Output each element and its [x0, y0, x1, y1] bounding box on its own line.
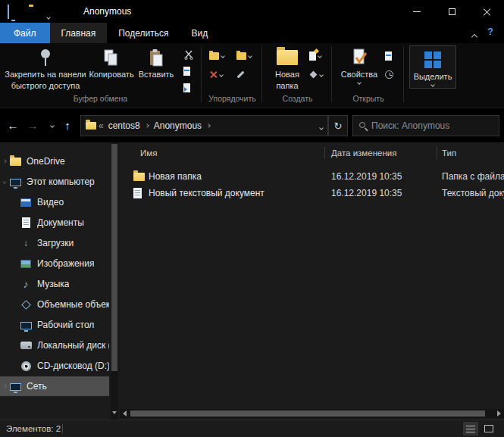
text-document-icon [133, 188, 142, 198]
thumbnails-view-button[interactable] [481, 422, 496, 435]
cut-button[interactable] [183, 48, 194, 60]
properties-button[interactable]: Свойства [337, 45, 382, 84]
sidebar-item-label: OneDrive [27, 156, 65, 167]
desktop-icon [20, 321, 32, 329]
scrollbar-thumb[interactable] [111, 144, 117, 371]
search-box[interactable] [352, 115, 499, 136]
ribbon-tab-row: Файл Главная Поделиться Вид [0, 23, 504, 43]
new-folder-button[interactable]: Новая папка [267, 45, 308, 91]
scroll-left-button[interactable] [120, 409, 129, 418]
sidebar-item-local-disk[interactable]: Локальный диск (C:) [0, 336, 109, 355]
sidebar-item-network[interactable]: Сеть [0, 376, 109, 396]
new-item-button[interactable] [309, 50, 323, 61]
file-row-folder[interactable]: Новая папка 16.12.2019 10:35 Папка с фай… [120, 168, 504, 185]
horizontal-scrollbar[interactable] [120, 409, 504, 418]
sidebar-item-documents[interactable]: Документы [0, 213, 109, 233]
close-button[interactable] [469, 0, 504, 23]
sidebar-item-desktop[interactable]: Рабочий стол [0, 315, 109, 335]
delete-button[interactable] [209, 69, 224, 80]
file-row-text-document[interactable]: Новый текстовый документ 16.12.2019 10:3… [120, 185, 504, 201]
chevron-up-icon [471, 34, 477, 40]
sidebar-item-music[interactable]: ♪ Музыка [0, 274, 109, 294]
copy-label: Копировать [89, 70, 133, 80]
pictures-icon [20, 260, 32, 268]
items-count: Элементов: 2 [6, 420, 61, 437]
move-to-button[interactable] [209, 50, 224, 61]
group-separator [201, 46, 202, 102]
copy-button[interactable]: Копировать [89, 45, 133, 80]
column-header-type[interactable]: Тип [442, 145, 456, 161]
breadcrumb-overflow[interactable]: « [96, 120, 106, 131]
location-folder-icon [86, 122, 96, 130]
up-button[interactable]: ↑ [59, 108, 76, 142]
copy-to-button[interactable] [236, 50, 252, 61]
rename-button[interactable] [236, 69, 252, 80]
scroll-down-button[interactable] [111, 409, 118, 418]
minimize-button[interactable] [399, 0, 434, 23]
file-list: Имя Дата изменения Тип Новая папка 16.12… [120, 142, 504, 420]
sidebar-item-onedrive[interactable]: OneDrive [0, 151, 109, 171]
tab-home[interactable]: Главная [50, 23, 108, 43]
clipboard-small-buttons [183, 48, 194, 93]
column-header-name[interactable]: Имя [140, 145, 157, 161]
edit-button[interactable] [385, 50, 393, 61]
chevron-right-icon[interactable] [206, 123, 211, 128]
paste-label: Вставить [139, 70, 174, 80]
sidebar-item-this-pc[interactable]: Этот компьютер [0, 172, 109, 192]
status-separator [62, 424, 63, 433]
search-input[interactable] [371, 120, 485, 131]
pin-to-quick-access-button[interactable]: Закрепить на панели быстрого доступа [3, 45, 88, 91]
chevron-down-icon[interactable] [0, 180, 9, 183]
sidebar-item-downloads[interactable]: Загрузки [0, 233, 109, 253]
select-button[interactable]: Выделить [409, 45, 456, 89]
chevron-right-icon[interactable] [0, 385, 9, 388]
recent-locations-button[interactable] [44, 108, 61, 142]
explorer-app-icon [8, 5, 9, 19]
sidebar-item-3d-objects[interactable]: Объемные объекты [0, 295, 109, 314]
address-dropdown-button[interactable] [320, 119, 323, 133]
chevron-right-icon[interactable] [145, 123, 149, 128]
forward-button[interactable]: → [24, 108, 41, 142]
tab-view[interactable]: Вид [180, 23, 219, 43]
navigation-bar: ← → ↑ « centos8 Anonymous ↻ [0, 108, 504, 142]
chevron-down-icon [219, 73, 224, 77]
sidebar-item-videos[interactable]: Видео [0, 192, 109, 212]
refresh-button[interactable]: ↻ [328, 115, 348, 136]
sidebar-item-label: Документы [37, 217, 84, 228]
paste-shortcut-button[interactable] [183, 82, 194, 93]
documents-icon [20, 217, 32, 228]
tab-share[interactable]: Поделиться [107, 23, 180, 43]
address-bar[interactable]: « centos8 Anonymous [80, 115, 328, 136]
chevron-down-icon [46, 15, 51, 20]
column-separator[interactable] [437, 147, 437, 159]
sidebar-item-cd-drive[interactable]: CD-дисковод (D:) [0, 356, 109, 376]
easy-access-button[interactable] [309, 69, 323, 80]
collapse-ribbon-button[interactable] [472, 29, 477, 42]
column-header-modified[interactable]: Дата изменения [331, 145, 396, 161]
history-button[interactable] [385, 69, 393, 80]
chevron-right-icon[interactable] [0, 160, 9, 163]
back-button[interactable]: ← [5, 108, 21, 142]
tab-file[interactable]: Файл [0, 23, 50, 43]
title-bar: Anonymous [0, 0, 504, 23]
sidebar-item-label: Музыка [37, 279, 69, 289]
chevron-down-icon [357, 80, 362, 85]
details-view-button[interactable] [463, 422, 478, 435]
qat-dropdown-icon[interactable] [47, 8, 50, 22]
scroll-right-button[interactable] [495, 409, 504, 418]
open-group-label: Открыть [333, 94, 403, 103]
help-button[interactable]: ? [487, 26, 493, 37]
maximize-button[interactable] [434, 0, 469, 23]
select-icon [424, 49, 442, 70]
pin-icon [38, 47, 53, 68]
computer-icon [9, 178, 21, 186]
breadcrumb-centos8[interactable]: centos8 [106, 120, 142, 131]
chevron-down-icon [319, 73, 324, 77]
column-separator[interactable] [324, 147, 325, 159]
scrollbar-thumb[interactable] [130, 410, 485, 417]
sidebar-scrollbar[interactable] [111, 142, 118, 420]
copy-path-button[interactable] [183, 65, 194, 76]
breadcrumb-anonymous[interactable]: Anonymous [152, 120, 204, 131]
paste-button[interactable]: Вставить [135, 45, 177, 80]
sidebar-item-pictures[interactable]: Изображения [0, 254, 109, 273]
